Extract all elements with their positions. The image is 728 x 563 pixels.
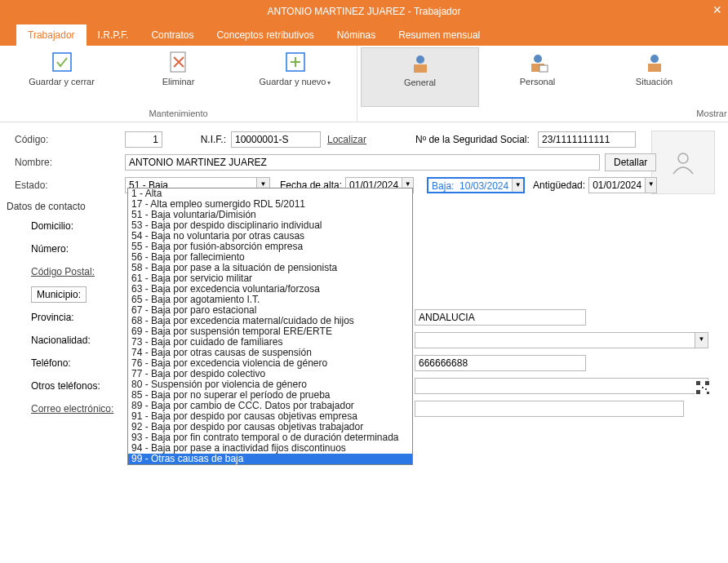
label-nif: N.I.F.: — [195, 134, 231, 145]
svg-rect-32 — [696, 390, 700, 394]
group-mostrar-title: Mostrar — [361, 107, 728, 120]
btn-detallar[interactable]: Detallar — [605, 153, 656, 171]
svg-point-5 — [534, 55, 542, 63]
close-icon[interactable]: × — [712, 2, 721, 19]
svg-rect-0 — [53, 53, 71, 71]
btn-forma-cobro[interactable]: € Forma de cobro — [712, 47, 728, 107]
label-numero: Número: — [15, 243, 125, 255]
chevron-down-icon[interactable]: ▼ — [645, 178, 656, 193]
label-domicilio: Domicilio: — [15, 220, 125, 232]
input-nif[interactable] — [231, 131, 321, 148]
svg-rect-33 — [702, 387, 704, 388]
title-bar: ANTONIO MARTINEZ JUAREZ - Trabajador × — [0, 0, 728, 23]
input-codigo[interactable] — [125, 131, 162, 148]
chevron-down-icon[interactable]: ▼ — [512, 179, 523, 192]
tab-trabajador[interactable]: Trabajador — [16, 24, 87, 46]
tab-irpf[interactable]: I.R.P.F. — [87, 24, 140, 46]
input-seg-social[interactable] — [538, 131, 636, 148]
input-telefono2[interactable] — [415, 355, 586, 371]
svg-rect-7 — [539, 65, 548, 72]
label-telefono: Teléfono: — [15, 357, 125, 369]
combo-antiguedad[interactable]: 01/01/2024 ▼ — [588, 177, 657, 193]
svg-rect-9 — [648, 64, 661, 72]
tab-contratos[interactable]: Contratos — [140, 24, 205, 46]
chevron-down-icon: ▼ — [695, 333, 708, 348]
person-card-icon — [525, 49, 551, 75]
estado-dropdown-list[interactable]: 1 - Alta17 - Alta empleo sumergido RDL 5… — [127, 188, 413, 465]
combo-nacionalidad[interactable]: ▼ — [415, 332, 708, 348]
input-nombre[interactable] — [125, 154, 600, 171]
svg-point-3 — [416, 55, 424, 64]
label-codigo: Código: — [15, 134, 125, 145]
label-nacionalidad: Nacionalidad: — [15, 335, 125, 346]
chevron-down-icon: ▾ — [327, 79, 331, 86]
tab-resumen[interactable]: Resumen mensual — [387, 24, 491, 46]
situation-icon — [641, 49, 668, 75]
qr-icon[interactable] — [695, 380, 710, 397]
btn-situacion[interactable]: Situación — [596, 47, 712, 107]
link-correo[interactable]: Correo electrónico: — [15, 403, 125, 414]
btn-eliminar[interactable]: Eliminar — [120, 47, 237, 107]
estado-option[interactable]: 99 - Otras causas de baja — [128, 454, 412, 464]
label-estado: Estado: — [15, 180, 125, 191]
ribbon: Guardar y cerrar Eliminar Guardar y nuev… — [0, 46, 728, 122]
input-correo[interactable] — [415, 401, 684, 417]
btn-general[interactable]: General — [361, 47, 479, 107]
btn-personal[interactable]: Personal — [479, 47, 596, 107]
svg-rect-31 — [705, 381, 709, 385]
tab-conceptos[interactable]: Conceptos retributivos — [205, 24, 325, 46]
delete-icon — [166, 49, 192, 75]
btn-municipio[interactable]: Municipio: — [31, 286, 87, 303]
link-localizar[interactable]: Localizar — [327, 134, 366, 145]
window-title: ANTONIO MARTINEZ JUAREZ - Trabajador — [268, 6, 461, 17]
svg-rect-35 — [707, 392, 709, 394]
label-antiguedad: Antigüedad: — [533, 180, 585, 191]
svg-point-8 — [650, 55, 659, 63]
svg-rect-4 — [414, 64, 427, 73]
person-icon — [407, 50, 433, 76]
group-mantenimiento-title: Mantenimiento — [3, 107, 353, 120]
label-seg-social: Nº de la Seguridad Social: — [415, 134, 538, 145]
save-close-icon — [49, 49, 75, 75]
label-nombre: Nombre: — [15, 157, 125, 168]
input-provincia-right[interactable] — [415, 309, 586, 326]
tab-nominas[interactable]: Nóminas — [326, 24, 387, 46]
input-otros-telefonos[interactable] — [415, 378, 708, 394]
label-otros-telefonos: Otros teléfonos: — [15, 380, 125, 392]
btn-guardar-cerrar[interactable]: Guardar y cerrar — [3, 47, 120, 107]
svg-rect-34 — [705, 388, 707, 390]
link-codigo-postal[interactable]: Código Postal: — [15, 266, 125, 277]
combo-baja[interactable]: Baja: 10/03/2024 ▼ — [427, 177, 525, 193]
svg-rect-30 — [696, 381, 700, 385]
btn-guardar-nuevo[interactable]: Guardar y nuevo▾ — [237, 47, 353, 107]
menu-tabs: Trabajador I.R.P.F. Contratos Conceptos … — [0, 23, 728, 46]
label-provincia: Provincia: — [15, 312, 125, 323]
save-new-icon — [282, 49, 309, 75]
